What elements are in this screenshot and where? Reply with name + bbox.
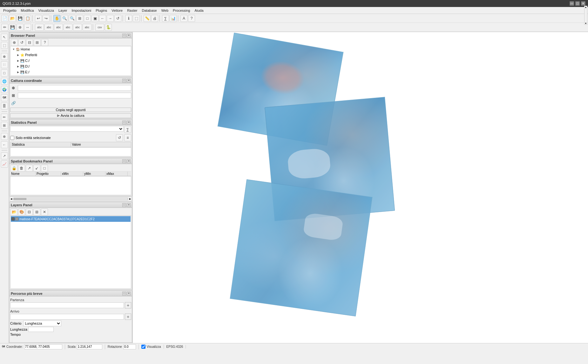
undo-btn[interactable]: ↩	[35, 15, 42, 22]
open-project-btn[interactable]: 📂	[9, 15, 16, 22]
zoom-next-btn[interactable]: →	[107, 15, 114, 22]
abc-2-btn[interactable]: abc	[44, 24, 53, 31]
coord-float-btn[interactable]: □	[122, 79, 126, 83]
arrivo-input[interactable]	[10, 314, 124, 320]
csv-btn[interactable]: csv	[95, 24, 104, 31]
move-feature-btn[interactable]: ↔	[24, 24, 31, 31]
hscroll-left-btn[interactable]: ◀	[10, 198, 13, 200]
copy-coords-btn[interactable]: Copia negli appunti	[10, 108, 131, 112]
abc-5-btn[interactable]: abc	[73, 24, 82, 31]
layers-delete-btn[interactable]: ✕	[41, 208, 48, 215]
layers-open-btn[interactable]: 📂	[10, 208, 17, 215]
path-close-btn[interactable]: ✕	[127, 292, 131, 295]
save-as-btn[interactable]: 📋	[24, 15, 31, 22]
layers-expand-btn[interactable]: ⊞	[33, 208, 40, 215]
save-edits-btn[interactable]: 💾	[9, 24, 16, 31]
menu-vettore[interactable]: Vettore	[110, 8, 125, 13]
prev-zoom-btn[interactable]: ←	[1, 141, 8, 148]
add-vector-btn[interactable]: ∷	[1, 61, 8, 68]
abc-4-btn[interactable]: abc	[64, 24, 72, 31]
bm-import-btn[interactable]: ↙	[33, 165, 40, 172]
menu-visualizza[interactable]: Visualizza	[37, 8, 56, 13]
zoom-full-btn[interactable]: ⊞	[76, 15, 83, 22]
coord-close-btn[interactable]: ✕	[127, 79, 131, 83]
path-float-btn[interactable]: □	[122, 292, 126, 295]
menu-progetto[interactable]: Progetto	[1, 8, 18, 13]
bm-lock-btn[interactable]: 🔒	[10, 165, 17, 172]
menu-database[interactable]: Database	[140, 8, 159, 13]
add-wfs-btn[interactable]: 🌍	[1, 86, 8, 93]
stats-run-btn[interactable]: ∑	[124, 126, 131, 133]
browser-filter-btn[interactable]: ⊟	[26, 39, 33, 46]
scala-value-input[interactable]	[77, 344, 102, 349]
digitize-btn[interactable]: ✏	[1, 24, 8, 31]
layers-filter-btn[interactable]: ⊟	[26, 208, 33, 215]
zoom-rect-btn[interactable]: ⊕	[1, 133, 8, 140]
lunghezza-input[interactable]	[28, 327, 54, 332]
bm-close-btn[interactable]: ✕	[127, 159, 131, 163]
stats-layer-select[interactable]	[10, 126, 124, 132]
coord-input-2[interactable]	[18, 93, 131, 98]
bm-float-btn[interactable]: □	[122, 159, 126, 163]
start-capture-btn[interactable]: ⊳ Avvia la cattura	[10, 113, 131, 118]
criterio-select[interactable]: Lunghezza	[23, 321, 61, 326]
select-tool-btn[interactable]: ↖	[1, 34, 8, 41]
save-project-btn[interactable]: 💾	[17, 15, 24, 22]
map-area[interactable]	[133, 32, 588, 343]
arrivo-add-btn[interactable]: +	[125, 314, 131, 320]
tree-item-d[interactable]: ▶ 💾 D:/	[10, 63, 131, 69]
layers-close-btn[interactable]: ✕	[127, 203, 131, 207]
redo-btn[interactable]: ↪	[43, 15, 50, 22]
menu-web[interactable]: Web	[159, 8, 170, 13]
deselect-tool-btn[interactable]: ⬚	[1, 42, 8, 49]
refresh-btn[interactable]: ↺	[114, 15, 121, 22]
bm-new-btn[interactable]: □	[41, 165, 48, 172]
stat-btn[interactable]: 📊	[170, 15, 177, 22]
abc-3-btn[interactable]: abc	[54, 24, 63, 31]
tree-item-preferiti[interactable]: ▶ ⭐ Preferiti	[10, 52, 131, 58]
new-project-btn[interactable]: 📄	[1, 15, 8, 22]
minimize-button[interactable]: —	[570, 1, 574, 6]
tree-item-home[interactable]: ▼ 🏠 Home	[10, 46, 131, 52]
print-btn[interactable]: 🖨	[151, 15, 158, 22]
menu-raster[interactable]: Raster	[125, 8, 139, 13]
pan-map-btn[interactable]: ✋	[53, 15, 60, 22]
tree-item-c[interactable]: ▶ 💾 C:/	[10, 58, 131, 63]
stats-close-btn[interactable]: ✕	[127, 121, 131, 124]
layer-item-matisse[interactable]: matisse-F7EA04A0CC2ACBA037A137CA2ED1C2F2	[11, 216, 131, 222]
zoom-layer-btn[interactable]: □	[84, 15, 91, 22]
menu-impostazioni[interactable]: Impostazioni	[70, 8, 93, 13]
solo-selected-checkbox[interactable]	[10, 136, 14, 140]
rotazione-value-input[interactable]	[123, 344, 136, 349]
browser-collapse-btn[interactable]: ⊞	[34, 39, 41, 46]
python-btn[interactable]: 🐍	[105, 24, 112, 31]
edit-attr-btn[interactable]: ✏	[1, 114, 8, 121]
zoom-selection-btn[interactable]: ▣	[91, 15, 98, 22]
stats-more-btn[interactable]: ≡	[124, 134, 131, 141]
help-btn[interactable]: ?	[188, 15, 195, 22]
coord-input-1[interactable]	[18, 85, 131, 91]
maximize-button[interactable]: □	[575, 1, 580, 6]
add-feature-btn[interactable]: ⊕	[17, 24, 24, 31]
select-all-btn[interactable]: ⬚	[133, 15, 140, 22]
partenza-add-btn[interactable]: +	[125, 302, 131, 308]
bookmarks-hscroll[interactable]: ◀ ▶	[10, 196, 132, 202]
zoom-prev-btn[interactable]: ←	[99, 15, 106, 22]
menu-aiuda[interactable]: Aiuda	[193, 8, 205, 13]
zoom-out-btn[interactable]: 🔍	[69, 15, 76, 22]
layers-float-btn[interactable]: □	[122, 203, 126, 207]
menu-modifica[interactable]: Modifica	[19, 8, 36, 13]
text-a-btn[interactable]: A	[180, 15, 187, 22]
browser-close-btn[interactable]: ✕	[127, 34, 131, 37]
add-tile-btn[interactable]: 🗺	[1, 94, 8, 101]
add-wms-btn[interactable]: 🌐	[1, 78, 8, 85]
render-checkbox[interactable]	[141, 345, 145, 349]
add-raster-btn[interactable]: ⊕	[1, 53, 8, 60]
browser-help-btn[interactable]: ?	[41, 39, 48, 46]
open-attr-btn[interactable]: ⊞	[1, 122, 8, 129]
coord-value-input[interactable]	[24, 344, 62, 349]
hscroll-right-btn[interactable]: ▶	[129, 198, 132, 200]
add-db-btn[interactable]: 🗄	[1, 103, 8, 109]
partenza-input[interactable]	[10, 302, 124, 308]
zoom-in-btn[interactable]: 🔍	[61, 15, 68, 22]
